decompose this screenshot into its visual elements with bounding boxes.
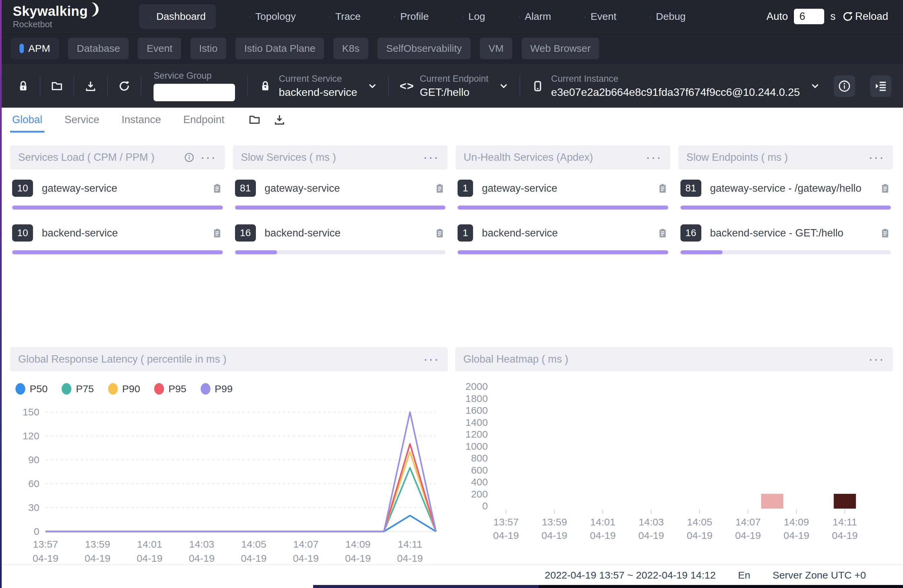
clipboard-copy-icon[interactable]: [211, 227, 223, 239]
nav-item-log[interactable]: Log: [461, 11, 485, 22]
charts-row: Global Response Latency ( percentile in …: [0, 347, 903, 569]
service-name: backend-service: [482, 227, 648, 239]
card-menu-button[interactable]: ···: [646, 155, 662, 160]
clipboard-copy-icon[interactable]: [657, 227, 668, 239]
refresh-button[interactable]: [118, 80, 131, 93]
app-logo[interactable]: Skywalking Rocketbot: [13, 5, 99, 28]
nav-item-dashboard[interactable]: Dashboard: [139, 4, 216, 29]
clipboard-copy-icon[interactable]: [434, 183, 445, 194]
layer-tab-istio-data-plane[interactable]: Istio Data Plane: [235, 38, 324, 59]
list-item[interactable]: 1 backend-service: [458, 224, 668, 254]
progress-bar: [680, 250, 722, 254]
legend-dot: [108, 383, 118, 395]
tab-endpoint[interactable]: Endpoint: [183, 114, 224, 126]
nav-item-topology[interactable]: Topology: [248, 11, 296, 22]
folder-tab-button[interactable]: [248, 113, 261, 126]
auto-interval-input[interactable]: [794, 9, 824, 24]
clipboard-copy-icon[interactable]: [879, 183, 891, 194]
legend-p90[interactable]: P90: [108, 383, 140, 395]
current-endpoint-label: Current Endpoint: [420, 74, 489, 84]
info-button[interactable]: [834, 75, 855, 97]
nav-item-trace[interactable]: Trace: [328, 11, 360, 22]
server-zone[interactable]: Server Zone UTC +0: [772, 569, 866, 581]
list-item[interactable]: 81 gateway-service: [235, 180, 446, 210]
crescent-moon-icon: [88, 2, 99, 16]
layer-tab-event[interactable]: Event: [138, 38, 181, 59]
layer-tab-k8s[interactable]: K8s: [334, 38, 368, 59]
footer-bar: 2022-04-19 13:57 ~ 2022-04-19 14:12 En S…: [0, 564, 903, 585]
info-icon: [838, 79, 851, 93]
layer-tab-database[interactable]: Database: [68, 38, 129, 59]
chevron-down-icon[interactable]: [499, 81, 509, 91]
card-menu-button[interactable]: ···: [868, 155, 885, 160]
svg-text:13:57: 13:57: [493, 516, 519, 527]
language-switch[interactable]: En: [738, 569, 750, 581]
chevron-down-icon[interactable]: [810, 81, 820, 91]
reload-button[interactable]: Reload: [842, 11, 888, 22]
current-endpoint-selector[interactable]: <> Current Endpoint GET:/hello: [400, 74, 509, 99]
card-menu-button[interactable]: ···: [201, 155, 217, 160]
lock-button[interactable]: [17, 80, 30, 93]
global-heatmap-chart[interactable]: 020040060080010001200140016001800200013:…: [455, 372, 893, 543]
legend-p50[interactable]: P50: [16, 383, 47, 395]
toolbar-divider: [519, 76, 520, 97]
folder-icon: [50, 80, 63, 93]
legend-p99[interactable]: P99: [201, 383, 233, 395]
nav-item-event[interactable]: Event: [584, 11, 617, 22]
active-layer-dot: [19, 44, 24, 53]
nav-item-debug[interactable]: Debug: [649, 11, 686, 22]
legend-p75[interactable]: P75: [61, 383, 94, 395]
folder-button[interactable]: [50, 80, 63, 93]
card-title: Slow Services ( ms ): [241, 151, 423, 163]
svg-text:150: 150: [22, 406, 39, 417]
time-range-picker[interactable]: 2022-04-19 13:57 ~ 2022-04-19 14:12: [545, 569, 716, 581]
clipboard-copy-icon[interactable]: [211, 183, 223, 194]
folder-icon: [248, 113, 261, 126]
layer-tab-istio[interactable]: Istio: [190, 38, 226, 59]
list-item[interactable]: 16 backend-service: [235, 224, 446, 254]
list-item[interactable]: 10 backend-service: [12, 224, 223, 254]
list-item[interactable]: 81 gateway-service - /gateway/hello: [680, 180, 891, 210]
list-item[interactable]: 16 backend-service - GET:/hello: [680, 224, 891, 254]
card-header: Services Load ( CPM / PPM ) ···: [10, 145, 225, 169]
export-tab-button[interactable]: [273, 113, 286, 126]
toolbar-divider: [388, 76, 389, 97]
service-group-label: Service Group: [154, 71, 235, 81]
nav-item-profile[interactable]: Profile: [393, 11, 429, 22]
card-menu-button[interactable]: ···: [868, 357, 885, 362]
legend-p95[interactable]: P95: [154, 383, 186, 395]
current-service-selector[interactable]: Current Service backend-service: [259, 74, 378, 99]
current-endpoint-value: GET:/hello: [420, 86, 489, 99]
tab-service[interactable]: Service: [64, 114, 99, 126]
info-icon[interactable]: [184, 152, 195, 163]
card-header: Slow Services ( ms ) ···: [233, 145, 448, 169]
layer-tab-vm[interactable]: VM: [480, 38, 513, 59]
service-group-input[interactable]: [154, 84, 235, 101]
layer-tab-web-browser[interactable]: Web Browser: [522, 38, 599, 59]
clipboard-copy-icon[interactable]: [657, 183, 668, 194]
tab-instance[interactable]: Instance: [121, 114, 161, 126]
card-title: Services Load ( CPM / PPM ): [18, 151, 184, 163]
clipboard-copy-icon[interactable]: [879, 227, 891, 239]
toolbar-divider: [40, 76, 40, 97]
card-menu-button[interactable]: ···: [423, 357, 440, 362]
layer-tab-apm[interactable]: APM: [11, 38, 59, 59]
layer-tab-selfobservability[interactable]: SelfObservability: [378, 38, 471, 59]
list-item[interactable]: 1 gateway-service: [458, 180, 668, 210]
svg-text:04-19: 04-19: [783, 530, 809, 541]
card-menu-button[interactable]: ···: [423, 155, 439, 160]
auto-label: Auto: [766, 11, 788, 22]
tab-global[interactable]: Global: [12, 114, 42, 126]
current-instance-selector[interactable]: Current Instance e3e07e2a2b664e8c91fda37…: [531, 74, 820, 99]
svg-text:400: 400: [471, 476, 488, 488]
value-badge: 81: [235, 180, 256, 197]
progress-track: [680, 250, 891, 254]
chevron-down-icon[interactable]: [367, 81, 378, 91]
clipboard-copy-icon[interactable]: [434, 227, 445, 239]
latency-line-chart[interactable]: 030609012015013:5704-1913:5904-1914:0104…: [10, 397, 448, 569]
collapse-panel-button[interactable]: [870, 75, 892, 97]
list-item[interactable]: 10 gateway-service: [12, 180, 223, 210]
svg-text:13:59: 13:59: [85, 539, 110, 550]
nav-item-alarm[interactable]: Alarm: [518, 11, 551, 22]
export-button[interactable]: [84, 80, 97, 93]
